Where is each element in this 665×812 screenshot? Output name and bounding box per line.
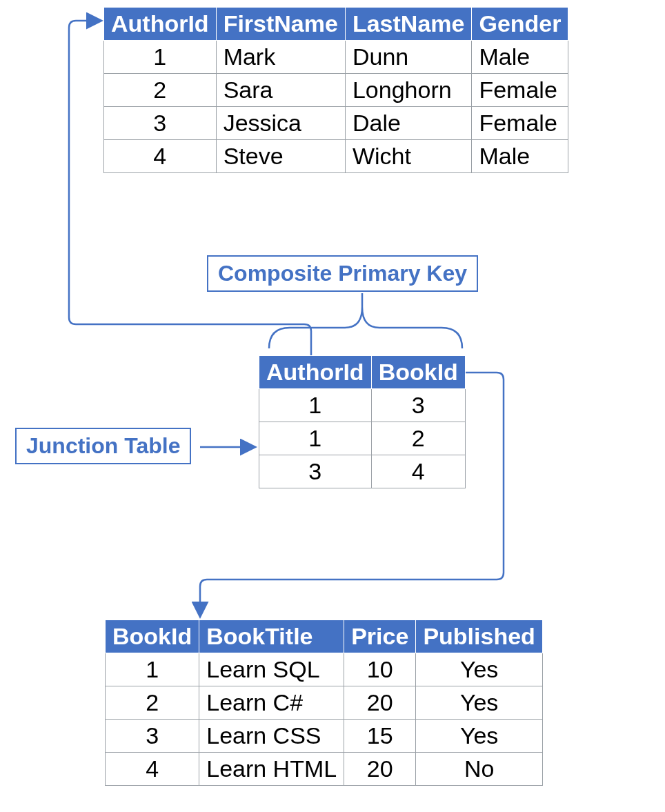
cell-pub: No (416, 753, 542, 786)
cell-last: Wicht (345, 140, 472, 173)
table-row: 3 Learn CSS 15 Yes (106, 720, 543, 753)
cell-last: Dunn (345, 41, 472, 74)
cell-author: 3 (259, 455, 372, 488)
cell-book: 2 (371, 422, 465, 455)
table-row: 4 Steve Wicht Male (104, 140, 568, 173)
cell-authorid: 3 (104, 107, 217, 140)
cell-pub: Yes (416, 686, 542, 720)
brace-composite-pk (269, 307, 462, 348)
cell-title: Learn CSS (199, 720, 344, 753)
authors-table: AuthorId FirstName LastName Gender 1 Mar… (103, 7, 568, 173)
table-row: 1 Mark Dunn Male (104, 41, 568, 74)
cell-authorid: 4 (104, 140, 217, 173)
col-firstname: FirstName (216, 8, 345, 41)
cell-gender: Female (472, 107, 568, 140)
cell-price: 20 (344, 686, 416, 720)
cell-bookid: 1 (106, 653, 199, 686)
cell-gender: Male (472, 140, 568, 173)
cell-first: Sara (216, 74, 345, 107)
junction-table: AuthorId BookId 1 3 1 2 3 4 (259, 355, 466, 488)
cell-title: Learn SQL (199, 653, 344, 686)
table-header-row: AuthorId BookId (259, 356, 466, 389)
junction-table-label: Junction Table (15, 428, 191, 464)
table-row: 3 Jessica Dale Female (104, 107, 568, 140)
cell-gender: Female (472, 74, 568, 107)
col-authorid: AuthorId (259, 356, 372, 389)
cell-book: 3 (371, 389, 465, 422)
cell-title: Learn HTML (199, 753, 344, 786)
cell-last: Dale (345, 107, 472, 140)
books-table: BookId BookTitle Price Published 1 Learn… (105, 620, 543, 786)
table-row: 1 Learn SQL 10 Yes (106, 653, 543, 686)
col-gender: Gender (472, 8, 568, 41)
cell-authorid: 1 (104, 41, 217, 74)
cell-authorid: 2 (104, 74, 217, 107)
cell-bookid: 4 (106, 753, 199, 786)
col-price: Price (344, 620, 416, 653)
cell-price: 20 (344, 753, 416, 786)
composite-pk-label: Composite Primary Key (207, 255, 478, 292)
table-header-row: AuthorId FirstName LastName Gender (104, 8, 568, 41)
table-row: 2 Sara Longhorn Female (104, 74, 568, 107)
cell-price: 15 (344, 720, 416, 753)
table-row: 1 3 (259, 389, 466, 422)
table-row: 4 Learn HTML 20 No (106, 753, 543, 786)
cell-bookid: 3 (106, 720, 199, 753)
cell-first: Steve (216, 140, 345, 173)
cell-pub: Yes (416, 720, 542, 753)
table-row: 3 4 (259, 455, 466, 488)
col-published: Published (416, 620, 542, 653)
table-header-row: BookId BookTitle Price Published (106, 620, 543, 653)
cell-author: 1 (259, 422, 372, 455)
col-bookid: BookId (106, 620, 199, 653)
table-row: 2 Learn C# 20 Yes (106, 686, 543, 720)
cell-last: Longhorn (345, 74, 472, 107)
col-authorid: AuthorId (104, 8, 217, 41)
cell-price: 10 (344, 653, 416, 686)
cell-gender: Male (472, 41, 568, 74)
cell-bookid: 2 (106, 686, 199, 720)
table-row: 1 2 (259, 422, 466, 455)
cell-title: Learn C# (199, 686, 344, 720)
col-bookid: BookId (371, 356, 465, 389)
cell-author: 1 (259, 389, 372, 422)
cell-pub: Yes (416, 653, 542, 686)
col-booktitle: BookTitle (199, 620, 344, 653)
cell-first: Jessica (216, 107, 345, 140)
cell-book: 4 (371, 455, 465, 488)
cell-first: Mark (216, 41, 345, 74)
diagram-stage: AuthorId FirstName LastName Gender 1 Mar… (0, 0, 665, 812)
col-lastname: LastName (345, 8, 472, 41)
